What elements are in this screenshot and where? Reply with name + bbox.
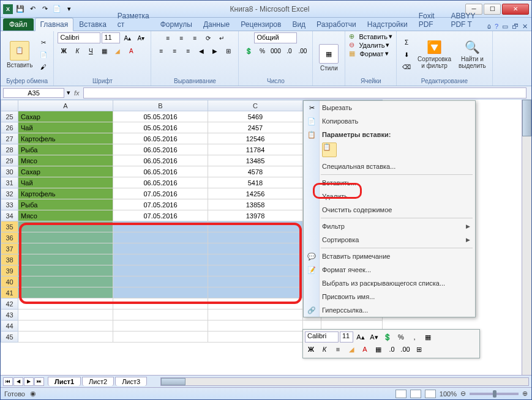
cell[interactable]: 05.05.2016 bbox=[113, 111, 208, 122]
horizontal-scrollbar[interactable] bbox=[160, 377, 529, 386]
cell[interactable]: 07.05.2016 bbox=[113, 210, 208, 221]
row-header-27[interactable]: 27 bbox=[1, 133, 18, 144]
cell[interactable]: Чай bbox=[18, 122, 113, 133]
cell[interactable] bbox=[113, 221, 208, 232]
row-header-35[interactable]: 35 bbox=[1, 221, 18, 232]
mt-align-icon[interactable]: ≡ bbox=[332, 344, 344, 355]
col-header-C[interactable]: C bbox=[208, 100, 303, 111]
row-header-28[interactable]: 28 bbox=[1, 144, 18, 155]
cut-icon[interactable]: ✂ bbox=[37, 37, 50, 48]
ctx-insert-comment[interactable]: 💬Вставить примечание bbox=[304, 250, 475, 263]
formula-input[interactable] bbox=[83, 87, 526, 98]
tab-надстройки[interactable]: Надстройки bbox=[362, 18, 413, 31]
bold-button[interactable]: Ж bbox=[58, 45, 70, 56]
merge-icon[interactable]: ⊞ bbox=[222, 45, 234, 56]
mt-font-color-icon[interactable]: A bbox=[359, 344, 371, 355]
underline-button[interactable]: Ч bbox=[84, 45, 97, 56]
mt-currency-icon[interactable]: 💲 bbox=[381, 331, 394, 343]
ctx-delete[interactable]: Удалить... bbox=[304, 190, 475, 203]
mt-fill-color-icon[interactable]: ◢ bbox=[345, 344, 358, 355]
cell[interactable]: 5469 bbox=[208, 111, 303, 122]
cell[interactable] bbox=[18, 298, 113, 309]
cell[interactable]: 13485 bbox=[208, 155, 303, 166]
tab-вставка[interactable]: Вставка bbox=[73, 18, 112, 31]
vertical-scrollbar[interactable] bbox=[522, 100, 531, 375]
cell[interactable]: 14256 bbox=[208, 188, 303, 199]
cell[interactable] bbox=[18, 265, 113, 276]
tab-данные[interactable]: Данные bbox=[198, 18, 235, 31]
align-right-icon[interactable]: ≡ bbox=[182, 45, 194, 56]
tab-разработчи[interactable]: Разработчи bbox=[311, 18, 362, 31]
font-size-select[interactable]: 11 bbox=[102, 32, 120, 43]
row-header-42[interactable]: 42 bbox=[1, 298, 18, 309]
ribbon-restore-icon[interactable]: 🗗 bbox=[512, 23, 519, 31]
cell[interactable] bbox=[113, 243, 208, 254]
cell[interactable] bbox=[113, 232, 208, 243]
zoom-in-icon[interactable]: ⊕ bbox=[522, 390, 528, 398]
row-header-25[interactable]: 25 bbox=[1, 111, 18, 122]
minimize-ribbon-icon[interactable]: ۵ bbox=[487, 23, 491, 31]
tab-вид[interactable]: Вид bbox=[287, 18, 311, 31]
redo-icon[interactable]: ↷ bbox=[40, 4, 50, 14]
ctx-copy[interactable]: 📄Копировать bbox=[304, 114, 475, 128]
copy-icon[interactable]: 📄 bbox=[37, 49, 50, 60]
mt-decrease-font-icon[interactable]: A▾ bbox=[368, 331, 380, 343]
tab-главная[interactable]: Главная bbox=[35, 18, 74, 31]
fill-icon[interactable]: ⬇ bbox=[400, 49, 413, 60]
cell[interactable] bbox=[18, 331, 113, 343]
normal-view-icon[interactable] bbox=[395, 390, 406, 398]
col-header-B[interactable]: B bbox=[113, 100, 208, 111]
ctx-define-name[interactable]: Присвоить имя... bbox=[304, 290, 475, 303]
cell[interactable] bbox=[208, 298, 303, 309]
decrease-decimal-icon[interactable]: .00 bbox=[296, 45, 309, 56]
percent-icon[interactable]: % bbox=[256, 45, 268, 56]
cell[interactable] bbox=[18, 287, 113, 298]
sheet-tab-Лист3[interactable]: Лист3 bbox=[115, 377, 147, 386]
ctx-format-cells[interactable]: 📝Формат ячеек... bbox=[304, 263, 475, 276]
ribbon-close-icon[interactable]: ✕ bbox=[522, 23, 528, 31]
align-center-icon[interactable]: ≡ bbox=[168, 45, 181, 56]
row-header-33[interactable]: 33 bbox=[1, 199, 18, 210]
ribbon-min-icon[interactable]: ▭ bbox=[502, 23, 508, 31]
tab-рецензиров[interactable]: Рецензиров bbox=[235, 18, 287, 31]
paste-option-icon[interactable]: 📋 bbox=[322, 143, 337, 157]
row-header-45[interactable]: 45 bbox=[1, 331, 18, 343]
font-color-icon[interactable]: A bbox=[125, 45, 137, 56]
select-all-corner[interactable] bbox=[1, 100, 18, 111]
cell[interactable]: 13858 bbox=[208, 199, 303, 210]
ctx-filter[interactable]: Фильтр▶ bbox=[304, 220, 475, 233]
help-icon[interactable]: ? bbox=[495, 23, 498, 31]
row-header-44[interactable]: 44 bbox=[1, 320, 18, 331]
cell[interactable] bbox=[113, 276, 208, 287]
mt-format-icon[interactable]: ▦ bbox=[422, 331, 434, 343]
cell[interactable]: Чай bbox=[18, 177, 113, 188]
clear-icon[interactable]: ⌫ bbox=[400, 61, 413, 72]
cell[interactable] bbox=[208, 243, 303, 254]
mt-font-name[interactable]: Calibri bbox=[305, 331, 339, 343]
col-header-A[interactable]: A bbox=[18, 100, 113, 111]
cell[interactable]: 06.05.2016 bbox=[113, 155, 208, 166]
zoom-slider[interactable] bbox=[470, 393, 519, 395]
row-header-39[interactable]: 39 bbox=[1, 265, 18, 276]
cell[interactable]: 06.05.2016 bbox=[113, 177, 208, 188]
mt-border-icon[interactable]: ▦ bbox=[372, 344, 384, 355]
mt-italic[interactable]: К bbox=[318, 344, 331, 355]
cell[interactable] bbox=[208, 287, 303, 298]
align-bottom-icon[interactable]: ≡ bbox=[189, 32, 201, 43]
cell[interactable]: 07.05.2016 bbox=[113, 188, 208, 199]
cell[interactable]: Сахар bbox=[18, 111, 113, 122]
decrease-indent-icon[interactable]: ◀ bbox=[195, 45, 208, 56]
cell[interactable] bbox=[18, 232, 113, 243]
cell[interactable]: Рыба bbox=[18, 199, 113, 210]
cell[interactable] bbox=[208, 254, 303, 265]
sheet-nav-last-icon[interactable]: ⏭ bbox=[34, 377, 44, 386]
sheet-tab-Лист2[interactable]: Лист2 bbox=[82, 377, 114, 386]
cell[interactable] bbox=[113, 320, 208, 331]
fill-color-icon[interactable]: ◢ bbox=[111, 45, 124, 56]
tab-foxit pdf[interactable]: Foxit PDF bbox=[413, 9, 446, 31]
cell[interactable]: 06.05.2016 bbox=[113, 144, 208, 155]
ctx-sort[interactable]: Сортировка▶ bbox=[304, 233, 475, 246]
row-header-31[interactable]: 31 bbox=[1, 177, 18, 188]
paste-button[interactable]: 📋 Вставить bbox=[4, 40, 35, 70]
row-header-30[interactable]: 30 bbox=[1, 166, 18, 177]
